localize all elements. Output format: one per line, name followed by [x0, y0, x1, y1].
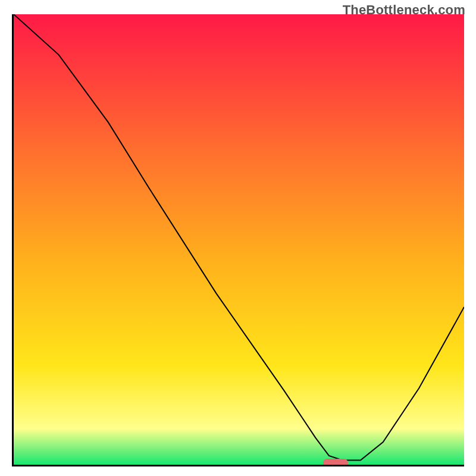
optimal-marker	[323, 459, 348, 466]
chart-container: TheBottleneck.com	[0, 0, 476, 476]
line-series	[14, 14, 464, 465]
plot-area	[12, 14, 464, 466]
watermark-text: TheBottleneck.com	[343, 2, 465, 18]
